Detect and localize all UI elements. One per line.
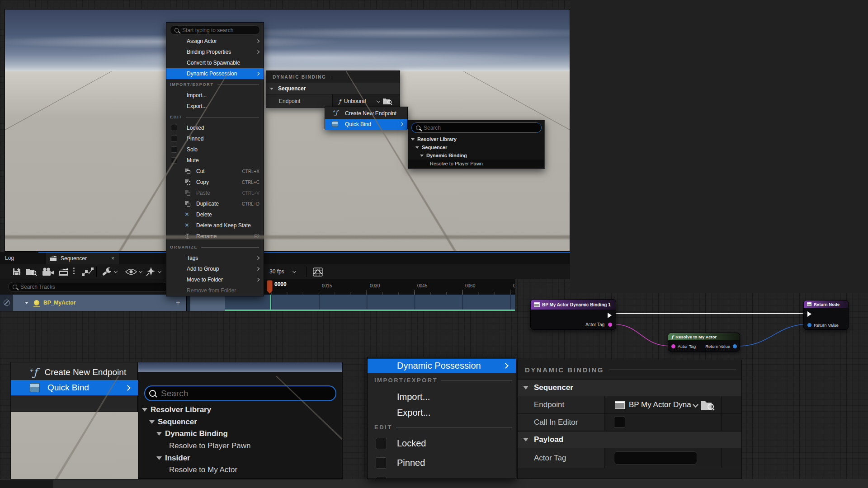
tab-sequencer[interactable]: Sequencer ×: [46, 253, 119, 264]
menu-item-dynamic-possession[interactable]: Dynamic Possession: [166, 68, 264, 79]
node-header[interactable]: ƒ Resolve to My Actor: [668, 333, 740, 340]
checkbox[interactable]: [376, 438, 387, 449]
menu-item-copy[interactable]: CopyCTRL+C: [166, 177, 264, 188]
wrench-dropdown-chevron[interactable]: [114, 269, 118, 273]
section-preroll-block[interactable]: [190, 295, 225, 311]
actor-tag-input-pin[interactable]: [671, 344, 675, 348]
category-expand-icon[interactable]: [270, 88, 274, 90]
section-bar[interactable]: [225, 295, 515, 311]
browse-endpoint-icon[interactable]: [383, 98, 392, 105]
node-return[interactable]: Return Node Return Value: [803, 300, 849, 330]
actor-tag-input[interactable]: [614, 451, 697, 465]
menu-item-locked[interactable]: Locked: [368, 434, 516, 452]
menu-item-mute[interactable]: Mute: [166, 155, 264, 166]
node-resolve-to-my-actor[interactable]: ƒ Resolve to My Actor Actor Tag Return V…: [668, 333, 740, 352]
endpoint-dropdown-chevron[interactable]: [693, 402, 698, 408]
category-sequencer[interactable]: Sequencer: [266, 83, 400, 94]
expand-icon[interactable]: [415, 146, 419, 149]
keying-wand-icon[interactable]: [146, 267, 156, 277]
menu-item-binding-properties[interactable]: Binding Properties: [166, 47, 264, 57]
expand-icon[interactable]: [420, 155, 424, 157]
actor-tag-output-pin[interactable]: [608, 323, 612, 327]
menu-item-create-new-endpoint[interactable]: +ƒ Create New Endpoint: [325, 108, 407, 119]
add-track-button[interactable]: +: [176, 299, 180, 307]
menu-item-create-new-endpoint[interactable]: +ƒ Create New Endpoint: [11, 365, 138, 380]
endpoint-value-cell[interactable]: ƒ Unbound: [333, 94, 400, 108]
tree-item-resolve-to-player-pawn[interactable]: Resolve to Player Pawn: [408, 160, 544, 168]
menu-item-export[interactable]: Export...: [166, 101, 264, 112]
checkbox[interactable]: [376, 477, 387, 479]
category-expand-icon[interactable]: [523, 386, 528, 389]
eye-dropdown-chevron[interactable]: [139, 269, 142, 273]
save-icon[interactable]: [13, 268, 21, 276]
menu-item-duplicate[interactable]: DuplicateCTRL+D: [166, 198, 264, 209]
menu-item-solo[interactable]: Solo: [166, 144, 264, 155]
expand-icon[interactable]: [149, 420, 155, 424]
tree-item-resolver-library[interactable]: Resolver Library: [138, 404, 342, 416]
menu-item-move-to-folder[interactable]: Move to Folder: [166, 274, 264, 285]
node-bp-my-actor-dynamic-binding[interactable]: BP My Actor Dynamic Binding 1 Actor Tag: [530, 299, 616, 330]
call-in-editor-checkbox[interactable]: [614, 417, 625, 428]
return-value-input-pin[interactable]: [807, 323, 811, 327]
tree-item-resolver-library[interactable]: Resolver Library: [408, 135, 544, 143]
resolver-search-input[interactable]: [161, 389, 331, 399]
menu-item-add-to-group[interactable]: Add to Group: [166, 263, 264, 274]
tree-item-sequencer[interactable]: Sequencer: [138, 416, 342, 428]
menu-item-import[interactable]: Import...: [368, 389, 516, 404]
tree-item-resolve-to-player-pawn[interactable]: Resolve to Player Pawn: [138, 440, 342, 452]
category-payload[interactable]: Payload: [518, 431, 741, 448]
render-clapper-icon[interactable]: [59, 268, 69, 276]
tree-item-insider[interactable]: Insider: [138, 452, 342, 464]
checkbox[interactable]: [376, 457, 387, 469]
checkbox[interactable]: [171, 146, 177, 153]
expand-icon[interactable]: [156, 432, 162, 436]
tree-item-sequencer[interactable]: Sequencer: [408, 143, 544, 151]
category-sequencer[interactable]: Sequencer: [518, 379, 741, 396]
track-row-bp-myactor[interactable]: BP_MyActor +: [13, 295, 186, 311]
resolver-search-box[interactable]: [144, 385, 336, 401]
more-options-dots-icon[interactable]: [73, 267, 75, 269]
endpoint-value-cell[interactable]: BP My Actor Dyna: [605, 396, 722, 413]
wrench-icon[interactable]: [101, 267, 112, 277]
menu-item-dynamic-possession[interactable]: Dynamic Possession: [368, 359, 516, 373]
menu-item-pinned[interactable]: Pinned: [368, 454, 516, 472]
menu-search-box[interactable]: [170, 25, 260, 35]
menu-item-solo[interactable]: Solo: [368, 473, 516, 479]
menu-item-assign-actor[interactable]: Assign Actor: [166, 36, 264, 47]
menu-item-delete[interactable]: Delete: [166, 209, 264, 220]
menu-item-locked[interactable]: Locked: [166, 122, 264, 133]
node-header[interactable]: BP My Actor Dynamic Binding 1: [531, 300, 616, 310]
expand-icon[interactable]: [142, 408, 147, 412]
checkbox[interactable]: [171, 136, 177, 142]
menu-item-cut[interactable]: CutCTRL+X: [166, 166, 264, 177]
tab-close-icon[interactable]: ×: [111, 255, 114, 262]
fps-selector[interactable]: 30 fps: [269, 268, 284, 275]
menu-item-export[interactable]: Export...: [368, 405, 516, 420]
tree-item-resolve-to-my-actor[interactable]: Resolve to My Actor: [138, 464, 342, 476]
checkbox[interactable]: [171, 157, 177, 164]
sequence-hierarchy-icon[interactable]: [82, 267, 94, 276]
fps-dropdown-chevron[interactable]: [292, 269, 296, 273]
tree-item-dynamic-binding[interactable]: Dynamic Binding: [408, 151, 544, 160]
node-header[interactable]: Return Node: [804, 300, 848, 308]
tab-log[interactable]: Log: [5, 255, 14, 261]
browse-sequence-icon[interactable]: [26, 268, 37, 276]
category-expand-icon[interactable]: [523, 438, 528, 441]
expand-icon[interactable]: [156, 456, 162, 460]
menu-item-tags[interactable]: Tags: [166, 253, 264, 263]
resolver-search-box[interactable]: [411, 122, 542, 133]
endpoint-dropdown-chevron[interactable]: [377, 99, 380, 103]
track-search-box[interactable]: [8, 282, 168, 292]
menu-item-import[interactable]: Import...: [166, 90, 264, 101]
menu-item-delete-and-keep-state[interactable]: Delete and Keep State: [166, 220, 264, 231]
browse-endpoint-icon[interactable]: [701, 400, 715, 411]
curve-editor-icon[interactable]: [313, 267, 323, 277]
menu-search-input[interactable]: [182, 27, 255, 33]
resolver-search-input[interactable]: [424, 125, 537, 131]
eye-icon[interactable]: [125, 268, 137, 275]
track-search-input[interactable]: [20, 284, 164, 290]
menu-item-quick-bind[interactable]: Quick Bind: [11, 380, 138, 395]
return-value-output-pin[interactable]: [733, 344, 737, 348]
track-lane[interactable]: [186, 295, 515, 311]
menu-item-pinned[interactable]: Pinned: [166, 133, 264, 144]
